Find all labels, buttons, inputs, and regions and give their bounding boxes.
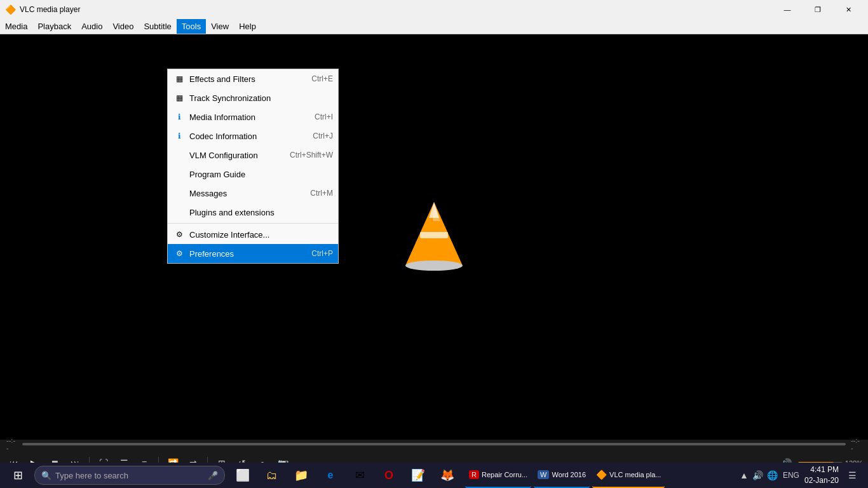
codec-info-shortcut: Ctrl+J [313, 132, 333, 140]
svg-point-3 [405, 261, 463, 271]
preferences-shortcut: Ctrl+P [311, 249, 333, 258]
firefox-button[interactable]: 🦊 [433, 463, 461, 488]
messages-shortcut: Ctrl+M [310, 189, 333, 198]
notes-button[interactable]: 📝 [404, 463, 432, 488]
messages-label: Messages [189, 189, 310, 198]
progress-track[interactable] [22, 443, 846, 445]
menu-audio[interactable]: Audio [76, 19, 107, 34]
menu-program-guide[interactable]: Program Guide [168, 165, 338, 184]
time-elapsed: --:-- [6, 437, 17, 452]
menu-tools[interactable]: Tools [177, 19, 206, 34]
tools-dropdown-menu: ▦ Effects and Filters Ctrl+E ▦ Track Syn… [167, 69, 339, 264]
taskbar: ⊞ 🔍 Type here to search 🎤 ⬜ 🗂 📁 e ✉ O 📝 … [0, 463, 868, 488]
notifications-button[interactable]: ☰ [844, 467, 860, 484]
window-controls: — ❐ ✕ [773, 0, 863, 19]
messages-icon [173, 187, 186, 200]
vlm-icon [173, 149, 186, 161]
file-explorer-button[interactable]: 🗂 [258, 463, 286, 488]
effects-label: Effects and Filters [189, 74, 311, 84]
repair-label: Repair Corru... [482, 471, 527, 478]
clock-date: 02-Jan-20 [804, 475, 839, 486]
menu-media[interactable]: Media [0, 19, 32, 34]
codec-info-label: Codec Information [189, 132, 313, 141]
menu-separator [168, 223, 338, 224]
menu-effects-filters[interactable]: ▦ Effects and Filters Ctrl+E [168, 69, 338, 88]
videos-folder-button[interactable]: 📁 [287, 463, 315, 488]
video-area: ▦ Effects and Filters Ctrl+E ▦ Track Syn… [0, 34, 868, 440]
time-total: --:-- [851, 437, 862, 452]
microphone-icon[interactable]: 🎤 [208, 471, 218, 480]
vlm-shortcut: Ctrl+Shift+W [290, 151, 333, 159]
customize-label: Customize Interface... [189, 230, 333, 240]
menu-vlm-config[interactable]: VLM Configuration Ctrl+Shift+W [168, 146, 338, 165]
taskbar-word-button[interactable]: W Word 2016 [534, 463, 590, 488]
tray-chevron[interactable]: ▲ [740, 470, 749, 480]
menu-media-info[interactable]: ℹ Media Information Ctrl+I [168, 107, 338, 126]
vlc-taskbar-label: VLC media pla... [609, 471, 661, 478]
minimize-button[interactable]: — [773, 0, 802, 19]
track-sync-label: Track Synchronization [189, 93, 333, 103]
effects-shortcut: Ctrl+E [311, 74, 333, 83]
app-icon: 🔶 [5, 4, 16, 15]
menubar: Media Playback Audio Video Subtitle Tool… [0, 19, 868, 34]
mail-button[interactable]: ✉ [346, 463, 374, 488]
plugins-icon [173, 206, 186, 219]
preferences-icon: ⚙ [173, 247, 186, 260]
svg-marker-4 [433, 202, 440, 221]
system-tray: ▲ 🔊 🌐 [740, 470, 778, 480]
menu-help[interactable]: Help [234, 19, 261, 34]
title-text: VLC media player [20, 5, 773, 14]
language-indicator[interactable]: ENG [783, 471, 799, 480]
menu-preferences[interactable]: ⚙ Preferences Ctrl+P [168, 244, 338, 263]
opera-button[interactable]: O [375, 463, 403, 488]
menu-playback[interactable]: Playback [32, 19, 76, 34]
taskbar-right: ▲ 🔊 🌐 ENG 4:41 PM 02-Jan-20 ☰ [740, 464, 865, 486]
menu-codec-info[interactable]: ℹ Codec Information Ctrl+J [168, 126, 338, 146]
maximize-button[interactable]: ❐ [803, 0, 832, 19]
program-guide-label: Program Guide [189, 170, 333, 179]
search-box[interactable]: 🔍 Type here to search 🎤 [34, 466, 225, 485]
taskbar-vlc-button[interactable]: 🔶 VLC media pla... [592, 463, 665, 488]
media-info-icon: ℹ [173, 111, 186, 123]
vlm-label: VLM Configuration [189, 151, 290, 160]
menu-view[interactable]: View [206, 19, 234, 34]
search-placeholder: Type here to search [55, 471, 204, 480]
close-button[interactable]: ✕ [834, 0, 863, 19]
task-view-button[interactable]: ⬜ [229, 463, 257, 488]
taskbar-apps: ⬜ 🗂 📁 e ✉ O 📝 🦊 [229, 463, 461, 488]
taskbar-repair-button[interactable]: R Repair Corru... [465, 463, 531, 488]
tray-volume[interactable]: 🔊 [752, 470, 763, 480]
menu-plugins[interactable]: Plugins and extensions [168, 203, 338, 222]
track-sync-icon: ▦ [173, 92, 186, 104]
progress-bar-container[interactable]: --:-- --:-- [0, 440, 868, 449]
svg-rect-2 [420, 232, 448, 238]
menu-customize[interactable]: ⚙ Customize Interface... [168, 225, 338, 244]
vlc-logo [402, 199, 466, 275]
menu-subtitle[interactable]: Subtitle [139, 19, 176, 34]
menu-video[interactable]: Video [107, 19, 139, 34]
menu-messages[interactable]: Messages Ctrl+M [168, 184, 338, 203]
plugins-label: Plugins and extensions [189, 208, 333, 217]
start-button[interactable]: ⊞ [3, 463, 33, 488]
clock-time: 4:41 PM [804, 464, 839, 475]
search-icon: 🔍 [41, 471, 51, 480]
media-info-label: Media Information [189, 112, 315, 122]
media-info-shortcut: Ctrl+I [315, 112, 333, 121]
effects-icon: ▦ [173, 72, 186, 85]
tray-network[interactable]: 🌐 [767, 470, 778, 480]
customize-icon: ⚙ [173, 228, 186, 241]
codec-info-icon: ℹ [173, 130, 186, 142]
menu-track-sync[interactable]: ▦ Track Synchronization [168, 88, 338, 107]
word-label: Word 2016 [552, 471, 586, 478]
preferences-label: Preferences [189, 249, 311, 259]
clock[interactable]: 4:41 PM 02-Jan-20 [804, 464, 839, 486]
edge-browser-button[interactable]: e [316, 463, 344, 488]
titlebar: 🔶 VLC media player — ❐ ✕ [0, 0, 868, 19]
program-guide-icon [173, 168, 186, 180]
